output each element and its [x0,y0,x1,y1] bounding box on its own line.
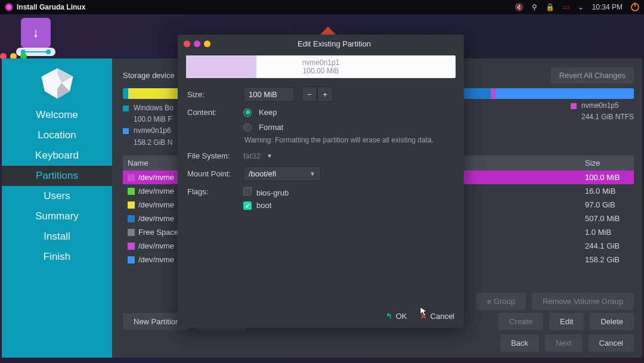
clock: 10:34 PM [592,3,623,11]
sidebar-step-welcome[interactable]: Welcome [2,105,112,125]
col-size[interactable]: Size [580,156,634,170]
mountpoint-select[interactable]: /boot/efi▼ [243,166,321,181]
sidebar-step-users[interactable]: Users [2,186,112,206]
revert-all-button[interactable]: Revert All Changes [551,67,634,83]
bluetooth-icon[interactable]: ⚲ [532,3,537,11]
content-label: Content: [187,108,236,117]
sidebar-step-finish[interactable]: Finish [2,247,112,267]
edit-partition-dialog: Edit Existing Partition nvme0n1p1100.00 … [178,35,464,328]
keep-radio[interactable] [243,108,252,117]
volume-group-button[interactable]: e Group [476,293,526,310]
boot-label: boot [256,201,271,210]
chevron-down-icon: ▼ [267,153,273,159]
chevron-down-icon: ▼ [309,170,315,177]
create-button[interactable]: Create [499,313,543,330]
legend-sub: 244.1 GiB NTFS [581,111,634,123]
size-label: Size: [187,90,236,99]
delete-button[interactable]: Delete [590,313,634,330]
format-label: Format [259,123,283,132]
download-arrow-icon: ↓ [33,25,39,41]
flags-label: Flags: [187,187,236,196]
size-input[interactable]: 100 MiB [243,87,295,102]
legend-label: nvme0n1p5 [581,100,619,111]
ok-arrow-icon: ↰ [386,312,392,321]
keep-label: Keep [259,108,277,117]
filesystem-select: fat32▼ [243,151,273,160]
partition-size-bar[interactable]: nvme0n1p1100.00 MiB [186,55,456,78]
sidebar-step-keyboard[interactable]: Keyboard [2,145,112,166]
back-button[interactable]: Back [500,334,539,352]
boot-checkbox[interactable] [243,201,252,210]
installer-sidebar: WelcomeLocationKeyboardPartitionsUsersSu… [2,58,112,358]
bios-grub-checkbox[interactable] [243,187,252,196]
lock-icon[interactable]: 🔒 [546,3,555,11]
sidebar-step-summary[interactable]: Summary [2,206,112,227]
installer-launcher-icon[interactable]: ↓ [21,18,51,48]
cancel-button[interactable]: Cancel [589,334,634,352]
sidebar-step-partitions[interactable]: Partitions [2,166,112,186]
format-warning: Warning: Formatting the partition will e… [244,135,454,145]
ok-button[interactable]: ↰ OK [386,312,407,321]
cursor-icon [420,306,428,317]
display-icon[interactable]: ▭ [563,3,569,11]
sidebar-step-install[interactable]: Install [2,227,112,247]
format-radio[interactable] [243,123,252,132]
sidebar-step-location[interactable]: Location [2,125,112,145]
system-tray: 🔇 ⚲ 🔒 ▭ ⌄ 10:34 PM [515,3,639,11]
mountpoint-label: Mount Point: [187,169,236,178]
chevron-down-icon[interactable]: ⌄ [578,3,584,11]
filesystem-label: File System: [187,151,236,160]
dialog-title: Edit Existing Partition [210,39,458,48]
size-decrement-button[interactable]: − [302,86,317,102]
storage-device-label: Storage device [123,71,175,80]
partition-size: 100.00 MiB [302,67,340,75]
bios-grub-label: bios-grub [256,188,289,197]
remove-volume-group-button[interactable]: Remove Volume Group [532,293,634,310]
size-increment-button[interactable]: + [317,86,333,102]
volume-muted-icon[interactable]: 🔇 [515,3,524,11]
garuda-logo-icon [5,3,13,11]
next-button[interactable]: Next [545,334,583,352]
power-icon[interactable] [631,3,639,11]
system-topbar: Install Garuda Linux 🔇 ⚲ 🔒 ▭ ⌄ 10:34 PM [0,0,644,14]
window-title: Install Garuda Linux [17,3,85,11]
garuda-eagle-icon [30,61,84,105]
edit-button[interactable]: Edit [549,313,584,330]
dialog-window-controls[interactable] [184,41,210,47]
partition-name: nvme0n1p1 [302,58,340,67]
